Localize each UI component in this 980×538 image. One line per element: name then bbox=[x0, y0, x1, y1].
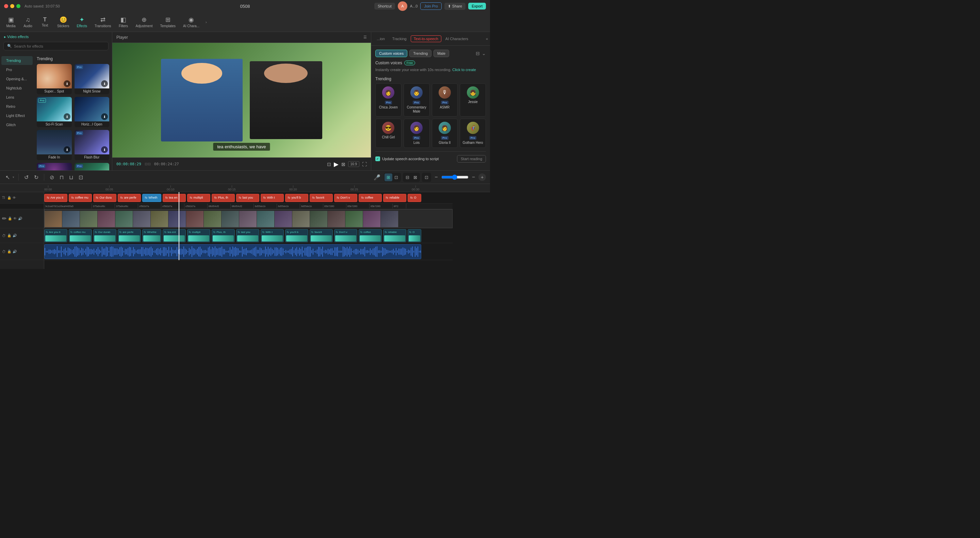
effect-horiz-open[interactable]: ⬇ Horiz...I Open bbox=[75, 97, 110, 127]
snap-2-icon[interactable]: ⊡ bbox=[392, 173, 400, 181]
screenshot-icon[interactable]: ⊡ bbox=[327, 162, 331, 167]
click-to-create-link[interactable]: Click to create bbox=[452, 68, 476, 72]
cat-opening[interactable]: Opening &... bbox=[2, 75, 33, 83]
eye-icon-2[interactable]: 👁 bbox=[13, 217, 17, 221]
right-tab-collapse-icon[interactable]: « bbox=[486, 37, 488, 41]
eye-icon[interactable]: 👁 bbox=[13, 196, 16, 200]
voice-gotham-hero[interactable]: 🦸 Pro Gotham Hero bbox=[460, 119, 486, 148]
effect-night-snow[interactable]: Pro ⬇ Night Snow bbox=[75, 64, 110, 94]
player-menu-icon[interactable]: ☰ bbox=[363, 35, 367, 40]
audio-clip-9[interactable]: ㎐ With t bbox=[261, 229, 284, 242]
undo-icon[interactable]: ↺ bbox=[23, 173, 30, 182]
text-clip-3[interactable]: ㎐ are perfe bbox=[118, 194, 141, 202]
audio-clip-11[interactable]: ㎐ favorit bbox=[310, 229, 333, 242]
toolbar-more-icon[interactable]: › bbox=[204, 19, 208, 25]
toolbar-filters[interactable]: ◧ Filters bbox=[115, 14, 132, 29]
view-icon[interactable]: ⊡ bbox=[423, 173, 430, 181]
join-pro-button[interactable]: Join Pro bbox=[420, 2, 441, 10]
text-clip-5[interactable]: ㎐ tea en bbox=[163, 194, 186, 202]
start-reading-button[interactable]: Start reading bbox=[457, 155, 486, 163]
toolbar-adjustment[interactable]: ⊕ Adjustment bbox=[132, 14, 156, 29]
blue-waveform-clip[interactable]: // Generate random waveform bars var bar… bbox=[44, 244, 421, 259]
voice-chill-girl[interactable]: 😎 Chill Girl bbox=[375, 119, 401, 148]
voice-asmr[interactable]: 🎙 Pro ASMR bbox=[432, 83, 458, 117]
toolbar-audio[interactable]: ♫ Audio bbox=[20, 15, 36, 29]
effect-sci-fi-scan[interactable]: Pro ⬇ Sci-Fi Scan bbox=[37, 97, 72, 127]
download-icon[interactable]: ⬇ bbox=[101, 80, 108, 87]
audio-clip-10[interactable]: ㎐ you'll b bbox=[285, 229, 308, 242]
toolbar-transitions[interactable]: ⇄ Transitions bbox=[91, 14, 115, 29]
unlink-icon[interactable]: ⊠ bbox=[411, 173, 419, 181]
fullscreen-icon[interactable]: ⛶ bbox=[362, 162, 367, 167]
redo-icon[interactable]: ↻ bbox=[33, 173, 40, 182]
filter-expand-icon[interactable]: ⌄ bbox=[482, 51, 486, 56]
audio-clip-14[interactable]: ㎐ reliable bbox=[383, 229, 406, 242]
effect-super-spot[interactable]: ⬇ Super... Spot bbox=[37, 64, 72, 94]
cat-light-effect[interactable]: Light Effect bbox=[2, 111, 33, 120]
audio-clip-2[interactable]: ㎐ Our durab bbox=[93, 229, 116, 242]
select-tool-dropdown[interactable]: ▾ bbox=[13, 176, 14, 179]
cat-pro[interactable]: Pro bbox=[2, 65, 33, 74]
filter-male[interactable]: Male bbox=[434, 50, 449, 57]
split-up-icon[interactable]: ⊓ bbox=[58, 173, 65, 182]
voice-lois[interactable]: 👩 Pro Lois bbox=[404, 119, 430, 148]
cat-retro[interactable]: Retro bbox=[2, 102, 33, 111]
zoom-slider[interactable] bbox=[441, 175, 469, 180]
text-clip-15[interactable]: ㎐ O bbox=[408, 194, 421, 202]
text-clip-8[interactable]: ㎐ last you bbox=[236, 194, 259, 202]
zoom-in-icon[interactable]: − bbox=[471, 173, 476, 182]
toolbar-templates[interactable]: ⊞ Templates bbox=[157, 14, 179, 29]
text-clip-0[interactable]: ㎐ Are you ti bbox=[44, 194, 67, 202]
voice-commentary-male[interactable]: 👨 Pro Commentary Male bbox=[404, 83, 430, 117]
audio-clip-8[interactable]: ㎐ last you bbox=[236, 229, 259, 242]
audio-clip-6[interactable]: ㎐ multipli bbox=[187, 229, 210, 242]
audio-clip-15[interactable]: ㎐ O bbox=[408, 229, 421, 242]
fit-icon[interactable]: ⊠ bbox=[341, 162, 345, 167]
add-button[interactable]: + bbox=[479, 173, 486, 181]
voice-gloria-ii[interactable]: 👩 Pro Gloria II bbox=[432, 119, 458, 148]
search-effects-bar[interactable]: 🔍 bbox=[3, 42, 108, 50]
audio-clip-4[interactable]: ㎐ Whethe bbox=[142, 229, 161, 242]
voice-jessie[interactable]: 👧 Jessie bbox=[460, 83, 486, 117]
text-clip-12[interactable]: ㎐ Don't v bbox=[334, 194, 357, 202]
audio-clip-0[interactable]: ㎐ Are you ti bbox=[44, 229, 67, 242]
filter-settings-icon[interactable]: ⊟ bbox=[476, 51, 480, 56]
filter-trending[interactable]: Trending bbox=[409, 50, 431, 57]
toolbar-stickers[interactable]: 😊 Stickers bbox=[54, 14, 73, 29]
tab-text-to-speech[interactable]: Text-to-speech bbox=[411, 35, 441, 42]
download-icon[interactable]: ⬇ bbox=[101, 113, 108, 120]
text-clip-14[interactable]: ㎐ reliable bbox=[383, 194, 406, 202]
tab-ai-characters[interactable]: AI Characters bbox=[442, 35, 472, 42]
minimize-button[interactable] bbox=[10, 4, 14, 8]
download-icon[interactable]: ⬇ bbox=[64, 80, 70, 87]
audio-clip-3[interactable]: ㎐ are perfe bbox=[118, 229, 141, 242]
effect-glitch-intro[interactable]: Pro ⬇ Glitch Intro bbox=[37, 163, 72, 170]
text-clip-7[interactable]: ㎐ Plus, th bbox=[212, 194, 235, 202]
select-tool-icon[interactable]: ↖ bbox=[4, 173, 11, 182]
text-clip-2[interactable]: ㎐ Our dura bbox=[93, 194, 116, 202]
filter-custom-voices[interactable]: Custom voices bbox=[375, 50, 407, 57]
toolbar-text[interactable]: T Text bbox=[37, 15, 53, 29]
zoom-out-icon[interactable]: − bbox=[433, 173, 439, 182]
export-button[interactable]: Export bbox=[468, 3, 486, 10]
cat-lens[interactable]: Lens bbox=[2, 93, 33, 102]
mic-icon[interactable]: 🎤 bbox=[372, 173, 382, 182]
lock-icon-2[interactable]: 🔒 bbox=[8, 217, 12, 221]
toolbar-ai-characters[interactable]: ◉ AI Chara... bbox=[180, 14, 203, 29]
effect-fade-in[interactable]: ⬇ Fade In bbox=[37, 130, 72, 160]
speaker-icon[interactable]: 🔊 bbox=[18, 217, 22, 221]
audio-clip-7[interactable]: ㎐ Plus, th bbox=[212, 229, 235, 242]
split-icon[interactable]: ⊘ bbox=[48, 173, 56, 182]
tab-caption[interactable]: ...ion bbox=[373, 35, 388, 42]
effect-colorf-eworks[interactable]: Pro ⬇ Colorf...eworks bbox=[75, 163, 110, 170]
play-button[interactable]: ▶ bbox=[334, 160, 339, 168]
speaker-icon-3[interactable]: 🔊 bbox=[13, 250, 17, 253]
maximize-button[interactable] bbox=[16, 4, 21, 8]
voice-chica-joven[interactable]: 👩 Pro Chica Joven bbox=[375, 83, 401, 117]
audio-clip-5[interactable]: ㎐ tea ent bbox=[163, 229, 186, 242]
effect-flash-blur[interactable]: Pro ⬇ Flash Blur bbox=[75, 130, 110, 160]
split-down-icon[interactable]: ⊔ bbox=[68, 173, 75, 182]
audio-clip-12[interactable]: ㎐ Don't v bbox=[334, 229, 357, 242]
text-clip-13[interactable]: ㎐ coffee bbox=[359, 194, 382, 202]
lock-icon-4[interactable]: 🔒 bbox=[7, 250, 11, 253]
